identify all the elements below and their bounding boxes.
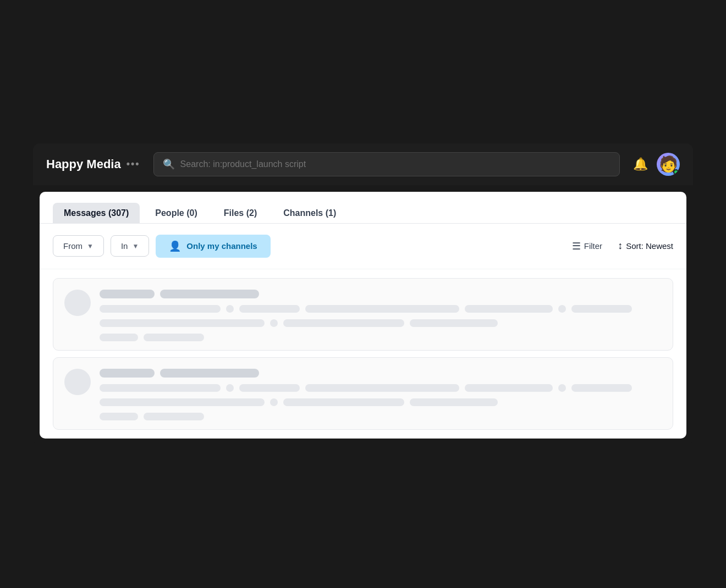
skeleton-dot xyxy=(270,319,278,327)
skeleton-block xyxy=(100,413,138,420)
skeleton-block xyxy=(283,398,404,406)
avatar-online-indicator xyxy=(673,169,679,175)
skeleton-block xyxy=(410,398,498,406)
notification-icon[interactable]: 🔔 xyxy=(633,157,648,171)
skeleton-row-2 xyxy=(100,398,662,406)
from-chevron-icon: ▼ xyxy=(87,242,94,250)
skeleton-dot xyxy=(558,384,566,392)
skeleton-block xyxy=(100,398,265,406)
workspace-name-text: Happy Media xyxy=(46,157,121,171)
my-channels-label: Only my channels xyxy=(186,241,257,251)
skeleton-row-1 xyxy=(100,305,662,313)
app-container: Happy Media ••• 🔍 🔔 🧑 Messages (307) Peo… xyxy=(33,143,693,445)
skeleton-block xyxy=(100,334,138,341)
tab-messages[interactable]: Messages (307) xyxy=(53,203,140,224)
main-content: Messages (307) People (0) Files (2) Chan… xyxy=(40,192,686,439)
workspace-name: Happy Media ••• xyxy=(46,157,140,171)
skeleton-block xyxy=(100,319,265,327)
skeleton-block xyxy=(239,305,300,313)
filter-lines-icon: ☰ xyxy=(572,240,581,252)
skeleton-block xyxy=(100,369,155,378)
skeleton-block xyxy=(283,319,404,327)
skeleton-block xyxy=(465,384,553,392)
skeleton-block xyxy=(465,305,553,313)
sort-action-button[interactable]: ↕ Sort: Newest xyxy=(618,240,673,252)
tabs: Messages (307) People (0) Files (2) Chan… xyxy=(40,192,686,224)
search-icon: 🔍 xyxy=(163,158,175,170)
skeleton-block xyxy=(100,290,155,298)
skeleton-row-1 xyxy=(100,384,662,392)
message-body xyxy=(100,369,662,420)
skeleton-block xyxy=(144,413,204,420)
search-bar[interactable]: 🔍 xyxy=(153,152,620,176)
message-card xyxy=(53,278,673,351)
sort-label: Sort: Newest xyxy=(626,241,673,251)
workspace-dots[interactable]: ••• xyxy=(127,158,140,170)
skeleton-block xyxy=(100,305,221,313)
header-actions: 🔔 🧑 xyxy=(633,153,680,176)
skeleton-block xyxy=(160,369,259,378)
tab-files[interactable]: Files (2) xyxy=(213,203,268,224)
skeleton-block xyxy=(410,319,498,327)
skeleton-dot xyxy=(558,305,566,313)
skeleton-dot xyxy=(270,398,278,406)
avatar[interactable]: 🧑 xyxy=(657,153,680,176)
skeleton-dot xyxy=(226,305,234,313)
my-channels-icon: 👤 xyxy=(169,240,181,252)
message-avatar xyxy=(64,369,91,395)
skeleton-block xyxy=(571,305,632,313)
tab-people[interactable]: People (0) xyxy=(144,203,208,224)
skeleton-row-3 xyxy=(100,334,662,341)
message-card xyxy=(53,357,673,430)
skeleton-block xyxy=(239,384,300,392)
message-body xyxy=(100,290,662,341)
search-input[interactable] xyxy=(180,159,610,169)
in-chevron-icon: ▼ xyxy=(132,242,139,250)
skeleton-block xyxy=(160,290,259,298)
skeleton-block xyxy=(571,384,632,392)
in-filter-button[interactable]: In ▼ xyxy=(111,235,149,257)
tab-channels[interactable]: Channels (1) xyxy=(272,203,347,224)
skeleton-name-row xyxy=(100,369,662,378)
filter-action-button[interactable]: ☰ Filter xyxy=(572,240,602,252)
skeleton-block xyxy=(144,334,204,341)
sort-icon: ↕ xyxy=(618,240,623,252)
skeleton-row-2 xyxy=(100,319,662,327)
header: Happy Media ••• 🔍 🔔 🧑 xyxy=(33,143,693,185)
from-label: From xyxy=(63,241,82,251)
results-area xyxy=(40,269,686,439)
only-my-channels-button[interactable]: 👤 Only my channels xyxy=(156,235,270,258)
filters-row: From ▼ In ▼ 👤 Only my channels ☰ Filter … xyxy=(40,224,686,269)
in-label: In xyxy=(121,241,128,251)
skeleton-row-3 xyxy=(100,413,662,420)
filter-label: Filter xyxy=(584,241,602,251)
skeleton-name-row xyxy=(100,290,662,298)
from-filter-button[interactable]: From ▼ xyxy=(53,235,104,257)
skeleton-block xyxy=(100,384,221,392)
skeleton-block xyxy=(305,305,459,313)
skeleton-block xyxy=(305,384,459,392)
message-avatar xyxy=(64,290,91,316)
skeleton-dot xyxy=(226,384,234,392)
